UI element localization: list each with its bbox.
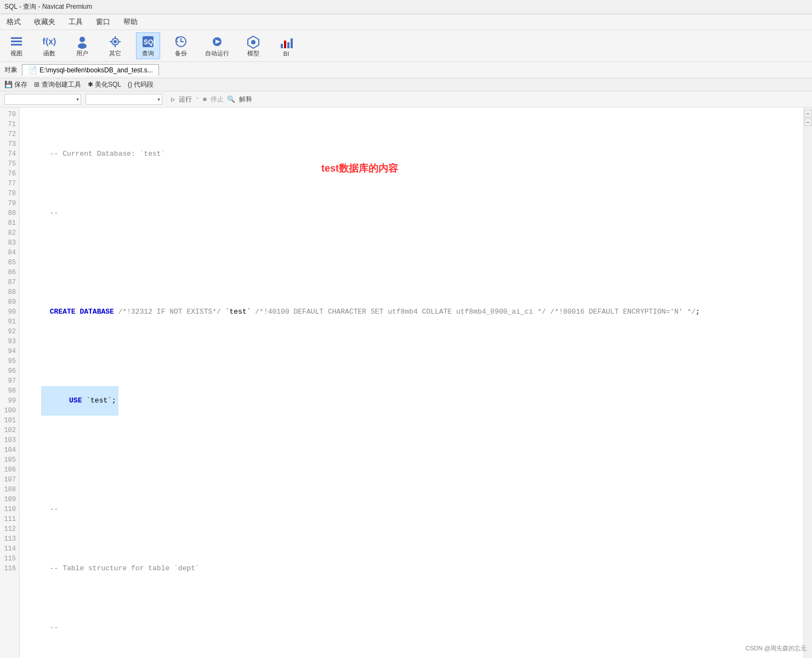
code-line-78: -- Table structure for table `dept`	[24, 554, 799, 583]
toolbar-user[interactable]: 用户	[70, 33, 94, 59]
svg-point-17	[251, 40, 255, 44]
menu-favorites[interactable]: 收藏夹	[32, 16, 58, 28]
other-icon	[107, 34, 123, 49]
query-icon: SQL	[140, 34, 156, 49]
svg-rect-19	[284, 41, 286, 48]
user-icon	[75, 34, 90, 49]
svg-rect-2	[11, 44, 22, 46]
explain-button[interactable]: 🔍 解释	[227, 95, 252, 104]
toolbar-model[interactable]: 模型	[241, 33, 265, 59]
auto-icon	[209, 34, 225, 49]
table-dropdown-wrapper[interactable]	[86, 94, 162, 105]
fold-icon-1[interactable]: ─	[804, 110, 812, 117]
run-controls: ▷ 运行 • ■ 停止 🔍 解释	[171, 95, 252, 104]
toolbar-other-label: 其它	[109, 49, 121, 58]
code-editor[interactable]: -- Current Database: `test` -- CREATE DA…	[20, 107, 803, 658]
toolbar-user-label: 用户	[76, 49, 88, 58]
beautify-icon: ✱	[88, 81, 93, 88]
model-icon	[246, 34, 261, 49]
toolbar-backup[interactable]: 备份	[169, 33, 193, 59]
menu-help[interactable]: 帮助	[121, 16, 140, 28]
toolbar-auto[interactable]: 自动运行	[202, 33, 232, 59]
code-line-75: USE `test`;	[41, 386, 118, 416]
toolbar-func[interactable]: f(x) 函数	[37, 33, 61, 59]
stop-button[interactable]: ■ 停止	[203, 95, 224, 104]
query-tab[interactable]: 📄 E:\mysql-beifen\booksDB_and_test.s...	[22, 64, 159, 76]
svg-point-3	[80, 37, 85, 42]
svg-text:SQL: SQL	[144, 38, 156, 46]
beautify-button[interactable]: ✱ 美化SQL	[88, 80, 121, 89]
toolbar-other[interactable]: 其它	[103, 33, 127, 59]
table-select[interactable]	[86, 94, 162, 105]
red-annotation-label: test数据库的内容	[321, 163, 398, 173]
csdn-watermark: CSDN @周先森的忘元	[746, 644, 807, 653]
func-icon: f(x)	[42, 34, 57, 49]
save-button[interactable]: 💾 保存	[4, 80, 27, 89]
main-toolbar: 视图 f(x) 函数 用户 其它	[0, 30, 812, 62]
menu-format[interactable]: 格式	[4, 16, 23, 28]
run-button[interactable]: ▷ 运行	[171, 95, 192, 104]
tab-filename: E:\mysql-beifen\booksDB_and_test.s...	[39, 66, 153, 74]
code-line-70: -- Current Database: `test`	[24, 139, 799, 169]
fold-panel: ─ ─	[803, 107, 812, 658]
svg-rect-20	[287, 42, 289, 48]
toolbar-backup-label: 备份	[175, 49, 187, 58]
query-builder-button[interactable]: ⊞ 查询创建工具	[34, 80, 81, 89]
fold-icon-2[interactable]: ─	[804, 118, 812, 126]
toolbar-bi[interactable]: BI	[274, 34, 298, 58]
title-text: SQL - 查询 - Navicat Premium	[4, 3, 92, 10]
menu-bar: 格式 收藏夹 工具 窗口 帮助	[0, 14, 812, 30]
object-label: 对象	[4, 65, 18, 75]
code-line-71: --	[24, 198, 799, 228]
svg-point-6	[113, 40, 117, 43]
toolbar-func-label: 函数	[43, 49, 55, 58]
editor-container: 70 71 72 73 74 75 76 77 78 79 80 81 82 8…	[0, 107, 812, 658]
save-icon: 💾	[4, 81, 13, 88]
svg-point-4	[78, 43, 87, 49]
query-builder-icon: ⊞	[34, 81, 39, 88]
view-icon	[9, 34, 24, 49]
menu-tools[interactable]: 工具	[66, 16, 85, 28]
secondary-toolbar: 💾 保存 ⊞ 查询创建工具 ✱ 美化SQL () 代码段	[0, 78, 812, 92]
svg-rect-1	[11, 41, 22, 42]
code-snippet-icon: ()	[128, 81, 132, 88]
menu-window[interactable]: 窗口	[94, 16, 112, 28]
tab-file-icon: 📄	[28, 66, 37, 75]
bi-icon	[279, 35, 294, 50]
toolbar-query[interactable]: SQL 查询	[136, 32, 160, 59]
code-line-74	[24, 356, 799, 366]
code-line-72	[24, 258, 799, 268]
code-line-77: --	[24, 495, 799, 524]
svg-rect-18	[281, 44, 283, 48]
toolbar-auto-label: 自动运行	[205, 49, 229, 58]
toolbar-query-label: 查询	[142, 49, 154, 58]
line-numbers: 70 71 72 73 74 75 76 77 78 79 80 81 82 8…	[0, 107, 20, 658]
code-line-79: --	[24, 613, 799, 643]
code-line-73: CREATE DATABASE /*!32312 IF NOT EXISTS*/…	[24, 297, 799, 327]
run-bar: ▷ 运行 • ■ 停止 🔍 解释	[0, 92, 812, 107]
svg-rect-0	[11, 37, 22, 39]
code-line-76	[24, 455, 799, 465]
toolbar-bi-label: BI	[283, 50, 289, 57]
toolbar-model-label: 模型	[247, 49, 259, 58]
title-bar: SQL - 查询 - Navicat Premium	[0, 0, 812, 14]
toolbar-view-label: 视图	[10, 49, 22, 58]
db-select[interactable]	[4, 94, 81, 105]
toolbar-view[interactable]: 视图	[4, 33, 29, 59]
svg-rect-21	[291, 38, 293, 48]
backup-icon	[173, 34, 189, 49]
db-dropdown-wrapper[interactable]	[4, 94, 81, 105]
object-bar: 对象 📄 E:\mysql-beifen\booksDB_and_test.s.…	[0, 62, 812, 78]
code-snippet-button[interactable]: () 代码段	[128, 80, 154, 89]
